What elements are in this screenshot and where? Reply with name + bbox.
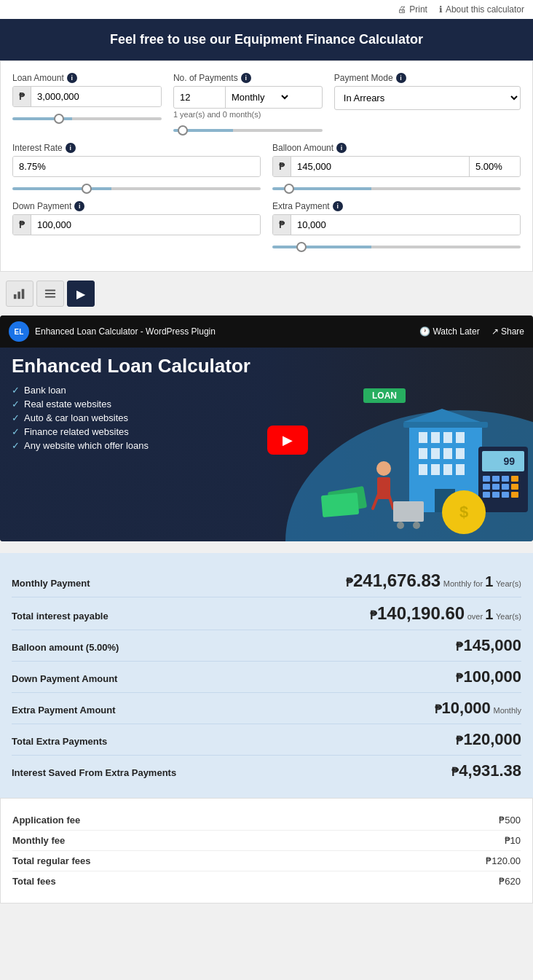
payments-info-icon[interactable]: i (241, 73, 251, 83)
svg-rect-21 (403, 422, 488, 428)
svg-rect-8 (419, 432, 427, 443)
video-wrapper: EL Enhanced Loan Calculator - WordPress … (0, 315, 533, 541)
svg-rect-31 (492, 484, 500, 490)
print-link[interactable]: 🖨 Print (398, 4, 427, 15)
result-total-interest: Total interest payable ₱140,190.60 over … (12, 597, 521, 630)
mode-info-icon[interactable]: i (396, 73, 406, 83)
channel-logo: EL (9, 321, 29, 342)
loan-slider-container (12, 111, 162, 122)
svg-text:$: $ (459, 503, 468, 521)
svg-rect-28 (502, 476, 509, 482)
calculator-panel: Loan Amount i ₱ No. of Payments i Monthl… (0, 60, 533, 272)
result-extra-payment: Extra Payment Amount ₱10,000 Monthly (12, 693, 521, 724)
video-title: Enhanced Loan Calculator (12, 355, 521, 377)
top-bar: 🖨 Print ℹ About this calculator (0, 0, 533, 19)
balloon-field: Balloon Amount i ₱ (272, 143, 521, 192)
tabs-row: ▶ (0, 281, 533, 307)
fee-total-regular: Total regular fees ₱120.00 (12, 851, 521, 871)
svg-rect-9 (431, 432, 440, 443)
svg-point-47 (397, 522, 404, 529)
svg-rect-33 (511, 484, 518, 490)
down-info-icon[interactable]: i (74, 201, 84, 211)
svg-rect-37 (511, 492, 518, 498)
result-balloon: Balloon amount (5.00%) ₱145,000 (12, 630, 521, 662)
interest-slider[interactable] (12, 187, 261, 190)
extra-slider-container (272, 240, 521, 251)
video-top-bar: EL Enhanced Loan Calculator - WordPress … (0, 315, 533, 348)
tab-play[interactable]: ▶ (67, 281, 95, 307)
svg-rect-27 (492, 476, 500, 482)
svg-point-40 (376, 461, 391, 476)
about-link[interactable]: ℹ About this calculator (439, 4, 524, 15)
svg-rect-14 (443, 448, 452, 459)
svg-rect-29 (511, 476, 518, 482)
svg-rect-10 (443, 432, 452, 443)
svg-point-48 (413, 522, 420, 529)
row-1: Loan Amount i ₱ No. of Payments i Monthl… (12, 73, 521, 134)
fee-monthly: Monthly fee ₱10 (12, 831, 521, 851)
balloon-prefix: ₱ (273, 157, 291, 176)
fee-application: Application fee ₱500 (12, 810, 521, 831)
frequency-select[interactable]: Monthly Weekly Fortnightly Quarterly Ann… (225, 87, 291, 108)
interest-input[interactable] (13, 157, 260, 176)
illustration-area: 99 $ (285, 381, 533, 541)
result-total-extra: Total Extra Payments ₱120,000 (12, 724, 521, 756)
svg-rect-16 (419, 464, 427, 475)
svg-rect-13 (431, 448, 440, 459)
svg-rect-36 (502, 492, 509, 498)
svg-rect-46 (393, 501, 424, 522)
svg-rect-15 (456, 448, 465, 459)
fee-total: Total fees ₱620 (12, 871, 521, 891)
loan-info-icon[interactable]: i (67, 73, 77, 83)
extra-payment-input[interactable] (291, 215, 520, 235)
loan-slider[interactable] (12, 117, 162, 120)
fees-panel: Application fee ₱500 Monthly fee ₱10 Tot… (0, 798, 533, 903)
video-actions: 🕐 Watch Later ↗ Share (419, 326, 524, 337)
interest-info-icon[interactable]: i (66, 143, 76, 153)
svg-rect-12 (419, 448, 427, 459)
video-channel: EL Enhanced Loan Calculator - WordPress … (9, 321, 216, 342)
payments-slider[interactable] (173, 129, 323, 132)
loan-amount-input[interactable] (31, 87, 161, 106)
tab-chart[interactable] (6, 281, 33, 307)
payment-mode-field: Payment Mode i In Arrears In Advance (334, 73, 521, 134)
loan-badge: LOAN (363, 388, 406, 403)
down-payment-field: Down Payment i ₱ (12, 201, 261, 251)
svg-rect-45 (321, 493, 359, 517)
balloon-slider[interactable] (272, 187, 521, 190)
svg-rect-30 (483, 484, 490, 490)
balloon-info-icon[interactable]: i (336, 143, 347, 153)
row-2: Interest Rate i Balloon Amount i ₱ (12, 143, 521, 192)
balloon-amount-input[interactable] (291, 157, 469, 176)
svg-rect-17 (431, 464, 440, 475)
payments-slider-container (173, 123, 323, 134)
result-down-payment: Down Payment Amount ₱100,000 (12, 662, 521, 693)
extra-payment-field: Extra Payment i ₱ (272, 201, 521, 251)
extra-prefix: ₱ (273, 215, 291, 235)
illustration-svg: 99 $ (285, 381, 533, 541)
svg-rect-19 (456, 464, 465, 475)
extra-slider[interactable] (272, 246, 521, 248)
svg-rect-18 (443, 464, 452, 475)
tab-list[interactable] (36, 281, 64, 307)
interest-slider-container (12, 181, 261, 192)
svg-rect-4 (45, 293, 55, 294)
payments-field: No. of Payments i Monthly Weekly Fortnig… (173, 73, 323, 134)
header: Feel free to use our Equipment Finance C… (0, 19, 533, 60)
result-interest-saved: Interest Saved From Extra Payments ₱4,93… (12, 756, 521, 786)
interest-field: Interest Rate i (12, 143, 261, 192)
balloon-slider-container (272, 181, 521, 192)
balloon-pct-input[interactable] (469, 157, 520, 176)
result-monthly-payment: Monthly Payment ₱241,676.83 Monthly for … (12, 565, 521, 597)
info-icon: ℹ (439, 4, 443, 15)
payment-mode-select[interactable]: In Arrears In Advance (334, 86, 521, 110)
down-payment-input[interactable] (31, 215, 260, 235)
extra-info-icon[interactable]: i (333, 201, 343, 211)
svg-rect-1 (17, 291, 20, 299)
row-3: Down Payment i ₱ Extra Payment i ₱ (12, 201, 521, 251)
svg-rect-11 (456, 432, 465, 443)
svg-rect-26 (483, 476, 490, 482)
payments-input[interactable] (174, 87, 225, 107)
svg-rect-35 (492, 492, 500, 498)
loan-amount-field: Loan Amount i ₱ (12, 73, 162, 134)
